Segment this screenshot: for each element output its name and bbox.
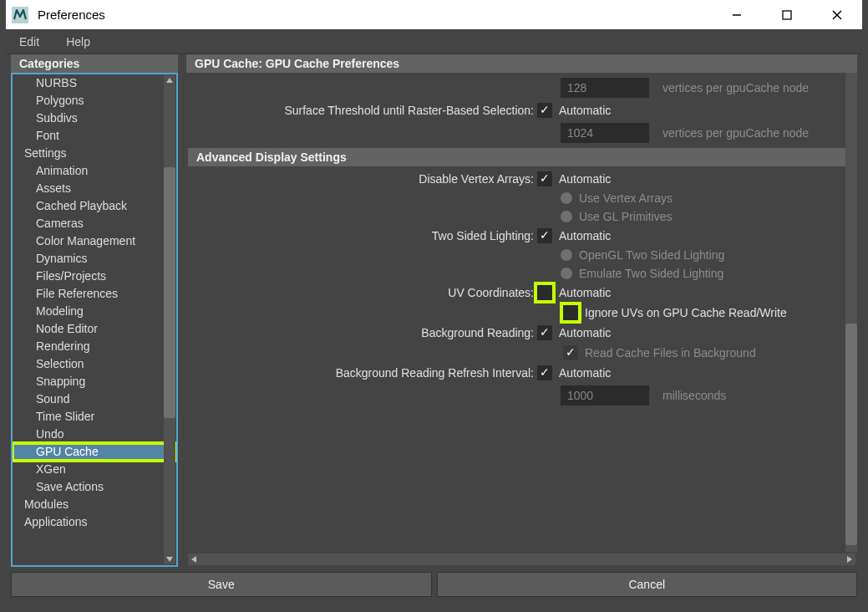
svg-marker-7 <box>191 556 196 563</box>
page-header: GPU Cache: GPU Cache Preferences <box>186 54 857 73</box>
category-item-assets[interactable]: Assets <box>13 180 176 197</box>
app-icon <box>11 6 29 24</box>
hscroll-left-icon[interactable] <box>188 556 200 563</box>
bg-refresh-value[interactable]: 1000 <box>561 385 649 405</box>
surface-threshold-auto-label: Automatic <box>559 104 611 117</box>
scroll-up-icon[interactable] <box>164 75 175 85</box>
category-item-sound[interactable]: Sound <box>13 390 176 408</box>
threshold-unit-1: vertices per gpuCache node <box>662 81 809 94</box>
svg-marker-8 <box>847 556 852 563</box>
background-reading-auto-label: Automatic <box>559 326 611 339</box>
disable-vertex-arrays-auto-label: Automatic <box>559 172 611 186</box>
background-reading-label: Background Reading: <box>186 326 537 339</box>
use-gl-primitives-label: Use GL Primitives <box>579 210 673 223</box>
threshold-unit-2: vertices per gpuCache node <box>662 126 809 140</box>
titlebar: Preferences <box>6 0 862 29</box>
category-item-color-management[interactable]: Color Management <box>13 232 176 250</box>
category-item-files-projects[interactable]: Files/Projects <box>13 268 176 285</box>
emulate-two-sided-radio[interactable] <box>561 268 572 279</box>
category-item-settings[interactable]: Settings <box>13 145 176 162</box>
categories-list[interactable]: NURBSPolygonsSubdivsFontSettingsAnimatio… <box>11 73 178 567</box>
category-item-font[interactable]: Font <box>13 127 176 145</box>
bg-refresh-unit: milliseconds <box>662 389 726 402</box>
category-item-node-editor[interactable]: Node Editor <box>13 320 176 338</box>
surface-threshold-label: Surface Threshold until Raster-Based Sel… <box>186 104 537 117</box>
opengl-two-sided-label: OpenGL Two Sided Lighting <box>579 248 724 262</box>
category-item-polygons[interactable]: Polygons <box>13 92 176 110</box>
categories-scrollbar[interactable] <box>164 75 175 564</box>
settings-scroll-thumb[interactable] <box>845 324 857 545</box>
category-item-modeling[interactable]: Modeling <box>13 303 176 320</box>
disable-vertex-arrays-label: Disable Vertex Arrays: <box>186 172 537 186</box>
two-sided-lighting-label: Two Sided Lighting: <box>186 229 537 242</box>
category-item-selection[interactable]: Selection <box>13 355 176 373</box>
category-item-cached-playback[interactable]: Cached Playback <box>13 197 176 215</box>
read-cache-bg-checkbox[interactable] <box>563 345 578 360</box>
svg-marker-5 <box>166 78 173 83</box>
ignore-uvs-checkbox[interactable] <box>563 305 578 320</box>
ignore-uvs-label: Ignore UVs on GPU Cache Read/Write <box>585 306 787 319</box>
category-item-cameras[interactable]: Cameras <box>13 215 176 232</box>
minimize-button[interactable] <box>712 0 762 29</box>
category-item-save-actions[interactable]: Save Actions <box>13 478 176 496</box>
two-sided-lighting-auto-label: Automatic <box>559 229 611 242</box>
svg-marker-6 <box>166 557 173 562</box>
use-vertex-arrays-radio[interactable] <box>561 192 572 204</box>
two-sided-lighting-checkbox[interactable] <box>537 228 552 243</box>
category-item-subdivs[interactable]: Subdivs <box>13 110 176 127</box>
settings-panel: GPU Cache: GPU Cache Preferences 128 ver… <box>186 54 857 567</box>
category-item-modules[interactable]: Modules <box>13 496 176 513</box>
window-title: Preferences <box>38 8 712 22</box>
category-item-applications[interactable]: Applications <box>13 513 176 531</box>
category-item-animation[interactable]: Animation <box>13 162 176 180</box>
menubar: Edit Help <box>6 29 862 54</box>
use-vertex-arrays-label: Use Vertex Arrays <box>579 191 673 205</box>
category-item-snapping[interactable]: Snapping <box>13 373 176 390</box>
disable-vertex-arrays-checkbox[interactable] <box>537 171 552 186</box>
bg-refresh-checkbox[interactable] <box>537 365 552 380</box>
menu-edit[interactable]: Edit <box>14 33 44 50</box>
category-item-nurbs[interactable]: NURBS <box>13 74 176 92</box>
content-area: Categories NURBSPolygonsSubdivsFontSetti… <box>6 54 862 567</box>
uv-coordinates-checkbox[interactable] <box>537 285 552 300</box>
scroll-thumb[interactable] <box>164 167 175 418</box>
categories-header: Categories <box>11 54 178 73</box>
advanced-display-settings-header: Advanced Display Settings <box>188 148 855 166</box>
category-item-undo[interactable]: Undo <box>13 426 176 443</box>
settings-area: 128 vertices per gpuCache node Surface T… <box>186 73 857 552</box>
categories-panel: Categories NURBSPolygonsSubdivsFontSetti… <box>11 54 178 567</box>
bg-refresh-auto-label: Automatic <box>559 366 611 380</box>
settings-hscrollbar[interactable] <box>188 553 855 565</box>
background-reading-checkbox[interactable] <box>537 325 552 340</box>
settings-scrollbar[interactable] <box>845 73 857 552</box>
maximize-button[interactable] <box>762 0 812 29</box>
preferences-window: Preferences Edit Help Categories NURBSPo… <box>6 0 862 602</box>
threshold-value-1[interactable]: 128 <box>561 78 649 98</box>
category-item-dynamics[interactable]: Dynamics <box>13 250 176 268</box>
threshold-value-2[interactable]: 1024 <box>561 123 649 143</box>
scroll-down-icon[interactable] <box>164 554 175 564</box>
use-gl-primitives-radio[interactable] <box>561 211 572 222</box>
category-item-rendering[interactable]: Rendering <box>13 338 176 355</box>
footer: Save Cancel <box>6 567 862 602</box>
read-cache-bg-label: Read Cache Files in Background <box>585 346 756 360</box>
category-item-time-slider[interactable]: Time Slider <box>13 408 176 426</box>
category-item-file-references[interactable]: File References <box>13 285 176 303</box>
uv-coordinates-label: UV Coordinates: <box>186 286 537 299</box>
surface-threshold-auto-checkbox[interactable] <box>537 103 552 118</box>
category-item-gpu-cache[interactable]: GPU Cache <box>13 443 176 461</box>
svg-rect-2 <box>783 11 791 19</box>
bg-refresh-interval-label: Background Reading Refresh Interval: <box>186 366 537 380</box>
opengl-two-sided-radio[interactable] <box>561 249 572 261</box>
cancel-button[interactable]: Cancel <box>437 572 858 597</box>
hscroll-right-icon[interactable] <box>844 553 855 565</box>
emulate-two-sided-label: Emulate Two Sided Lighting <box>579 267 723 280</box>
uv-coordinates-auto-label: Automatic <box>559 286 611 299</box>
save-button[interactable]: Save <box>11 572 432 597</box>
category-item-xgen[interactable]: XGen <box>13 461 176 478</box>
close-button[interactable] <box>812 0 862 29</box>
menu-help[interactable]: Help <box>61 33 95 50</box>
